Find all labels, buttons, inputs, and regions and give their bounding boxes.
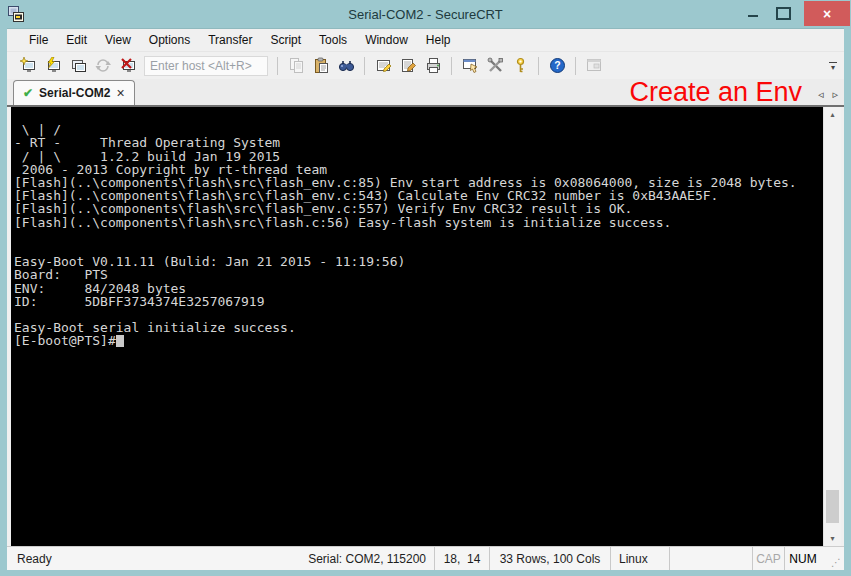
session-wizard-button[interactable] bbox=[17, 55, 39, 77]
scrollbar-thumb[interactable] bbox=[826, 490, 839, 523]
status-terminal-size: 33 Rows, 100 Cols bbox=[489, 547, 610, 570]
session-options-button[interactable] bbox=[459, 55, 481, 77]
print-icon bbox=[425, 57, 442, 74]
menu-item-view[interactable]: View bbox=[96, 30, 140, 50]
tab-close-icon[interactable]: × bbox=[116, 87, 124, 99]
menu-item-edit[interactable]: Edit bbox=[57, 30, 96, 50]
menu-item-window[interactable]: Window bbox=[356, 30, 417, 50]
toolbar: ? ▾ bbox=[7, 51, 844, 79]
connect-in-tab-icon bbox=[70, 57, 87, 74]
terminal-text: \ | / - RT - Thread Operating System / |… bbox=[14, 122, 797, 335]
menu-item-file[interactable]: File bbox=[20, 30, 57, 50]
maximize-icon bbox=[776, 7, 791, 20]
raw-log-session-icon bbox=[400, 57, 417, 74]
toolbar-overflow-button[interactable]: ▾ bbox=[826, 62, 840, 70]
global-options-button[interactable] bbox=[484, 55, 506, 77]
status-bar: Ready Serial: COM2, 115200 18, 14 33 Row… bbox=[7, 546, 844, 570]
toolbar-separator bbox=[538, 57, 539, 75]
quick-connect-icon bbox=[45, 57, 62, 74]
find-icon bbox=[338, 57, 355, 74]
menu-bar: File Edit View Options Transfer Script T… bbox=[7, 29, 844, 51]
find-button[interactable] bbox=[335, 55, 357, 77]
reconnect-button[interactable] bbox=[92, 55, 114, 77]
global-options-icon bbox=[487, 57, 504, 74]
window-controls: × bbox=[738, 0, 851, 28]
paste-icon bbox=[313, 57, 330, 74]
securecrt-window: Serial-COM2 - SecureCRT × File Edit View… bbox=[0, 0, 851, 576]
raw-log-session-button[interactable] bbox=[397, 55, 419, 77]
tab-scroll-buttons: ◃ ▹ bbox=[818, 89, 838, 100]
help-icon: ? bbox=[549, 57, 566, 74]
status-empty-segment bbox=[669, 547, 752, 570]
terminal-right-gutter bbox=[841, 107, 844, 546]
session-options-icon bbox=[462, 57, 479, 74]
connect-in-tab-button[interactable] bbox=[67, 55, 89, 77]
close-icon: × bbox=[823, 6, 831, 22]
annotation-create-env: Create an Env bbox=[629, 78, 802, 106]
status-ready: Ready bbox=[7, 547, 286, 570]
menu-item-tools[interactable]: Tools bbox=[310, 30, 356, 50]
tab-label: Serial-COM2 bbox=[39, 86, 110, 100]
print-button[interactable] bbox=[422, 55, 444, 77]
menu-item-transfer[interactable]: Transfer bbox=[199, 30, 261, 50]
status-num-lock: NUM bbox=[784, 547, 821, 570]
client-area: File Edit View Options Transfer Script T… bbox=[7, 28, 844, 570]
copy-icon bbox=[288, 57, 305, 74]
minimize-icon bbox=[748, 15, 758, 17]
minimize-button[interactable] bbox=[738, 0, 768, 26]
status-emulation: Linux bbox=[610, 547, 669, 570]
paste-button[interactable] bbox=[310, 55, 332, 77]
connected-check-icon: ✔ bbox=[23, 86, 33, 100]
terminal-scrollbar[interactable]: ▴ ▾ bbox=[823, 107, 841, 546]
menu-item-script[interactable]: Script bbox=[261, 30, 310, 50]
chevron-down-icon: ▾ bbox=[831, 65, 835, 70]
tab-bar: ✔ Serial-COM2 × Create an Env ◃ ▹ bbox=[7, 79, 844, 107]
maximize-button[interactable] bbox=[768, 0, 798, 26]
terminal-cursor bbox=[116, 335, 124, 347]
resize-grip-icon[interactable]: ⋰ bbox=[821, 547, 844, 570]
status-serial-info: Serial: COM2, 115200 bbox=[286, 547, 434, 570]
app-icon bbox=[7, 5, 25, 23]
menu-item-help[interactable]: Help bbox=[417, 30, 460, 50]
disconnect-button[interactable] bbox=[117, 55, 139, 77]
scroll-up-icon[interactable]: ▴ bbox=[824, 107, 841, 122]
tab-scroll-right-icon[interactable]: ▹ bbox=[832, 89, 838, 100]
tab-scroll-left-icon[interactable]: ◃ bbox=[818, 89, 824, 100]
toolbar-separator bbox=[364, 57, 365, 75]
title-bar[interactable]: Serial-COM2 - SecureCRT × bbox=[0, 0, 851, 28]
tab-serial-com2[interactable]: ✔ Serial-COM2 × bbox=[13, 80, 135, 105]
menu-item-options[interactable]: Options bbox=[140, 30, 199, 50]
terminal-prompt: [E-boot@PTS]# bbox=[14, 333, 116, 348]
help-button[interactable]: ? bbox=[546, 55, 568, 77]
svg-text:?: ? bbox=[554, 59, 560, 71]
terminal-output[interactable]: \ | / - RT - Thread Operating System / |… bbox=[11, 107, 823, 546]
status-cursor-position: 18, 14 bbox=[434, 547, 489, 570]
status-caps-lock: CAP bbox=[752, 547, 784, 570]
toolbar-separator bbox=[575, 57, 576, 75]
reconnect-icon bbox=[95, 57, 112, 74]
session-wizard-icon bbox=[20, 57, 37, 74]
window-title: Serial-COM2 - SecureCRT bbox=[0, 7, 851, 22]
session-manager-icon bbox=[586, 57, 603, 74]
keygen-button[interactable] bbox=[509, 55, 531, 77]
log-session-button[interactable] bbox=[372, 55, 394, 77]
host-input[interactable] bbox=[144, 56, 268, 76]
session-manager-button[interactable] bbox=[583, 55, 605, 77]
key-icon bbox=[512, 57, 529, 74]
terminal-area: \ | / - RT - Thread Operating System / |… bbox=[7, 107, 844, 546]
toolbar-separator bbox=[451, 57, 452, 75]
scrollbar-track[interactable] bbox=[824, 122, 841, 531]
log-session-icon bbox=[375, 57, 392, 74]
copy-button[interactable] bbox=[285, 55, 307, 77]
scroll-down-icon[interactable]: ▾ bbox=[824, 531, 841, 546]
disconnect-icon bbox=[120, 57, 137, 74]
toolbar-separator bbox=[277, 57, 278, 75]
quick-connect-button[interactable] bbox=[42, 55, 64, 77]
close-button[interactable]: × bbox=[804, 1, 850, 26]
